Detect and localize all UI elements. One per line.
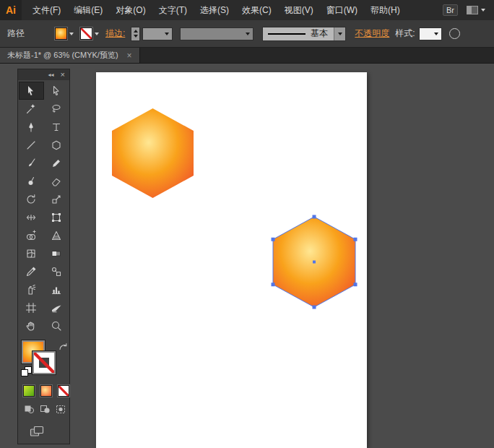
default-swatches-icon[interactable] [21, 366, 32, 376]
gradient-button[interactable] [40, 385, 52, 397]
menu-item-1[interactable]: 文件(F) [26, 0, 67, 20]
blob-brush-tool[interactable] [19, 172, 44, 190]
tools-panel: ◂◂ × [17, 69, 70, 444]
opacity-link[interactable]: 不透明度 [355, 27, 389, 40]
slice-tool[interactable] [44, 298, 69, 316]
graph-tool[interactable] [44, 280, 69, 298]
hexagon-shape-1[interactable] [112, 108, 194, 198]
drawing-mode-buttons [18, 397, 69, 417]
menu-item-3[interactable]: 对象(O) [109, 0, 152, 20]
fill-stroke-controls [18, 340, 69, 381]
blend-tool[interactable] [44, 262, 69, 280]
swap-fill-stroke-icon[interactable] [58, 341, 68, 354]
stroke-none-swatch-icon [80, 27, 92, 40]
menu-item-7[interactable]: 视图(V) [278, 0, 320, 20]
brush-dropdown-button[interactable] [334, 27, 345, 40]
graphic-style-select[interactable] [419, 27, 442, 40]
zoom-tool[interactable] [44, 316, 69, 335]
stroke-weight-stepper[interactable] [131, 27, 140, 41]
free-transform-tool[interactable] [44, 208, 69, 226]
menu-bar: Ai 文件(F)编辑(E)对象(O)文字(T)选择(S)效果(C)视图(V)窗口… [0, 0, 494, 21]
panel-collapse-icon[interactable]: ◂◂ [48, 72, 54, 78]
stroke-weight-select[interactable] [142, 27, 173, 40]
control-bar: 路径 描边: 基本 不透明度 样式: [0, 20, 494, 48]
stepper-up-icon [134, 30, 138, 33]
default-fill-mini [21, 369, 28, 376]
draw-behind-button[interactable] [40, 404, 51, 417]
menu-item-8[interactable]: 窗口(W) [320, 0, 364, 20]
chevron-down-icon [338, 33, 342, 35]
eyedropper-tool[interactable] [19, 262, 44, 280]
selection-tool[interactable] [19, 82, 44, 100]
stroke-link[interactable]: 描边: [105, 27, 125, 40]
tools-panel-header: ◂◂ × [18, 69, 69, 80]
menu-item-4[interactable]: 文字(T) [152, 0, 194, 20]
color-mode-buttons [18, 381, 69, 397]
artboard-tool[interactable] [19, 298, 44, 316]
fill-swatch-icon [55, 27, 67, 40]
menu-item-9[interactable]: 帮助(H) [364, 0, 407, 20]
workspace-icon [467, 6, 478, 14]
tab-close-icon[interactable]: × [127, 51, 132, 61]
type-tool[interactable] [44, 118, 69, 136]
brush-name: 基本 [311, 27, 334, 40]
chevron-down-icon [69, 33, 74, 35]
shape-builder-tool[interactable] [19, 226, 44, 244]
chevron-down-icon [481, 9, 485, 12]
width-tool[interactable] [19, 208, 44, 226]
menu-item-6[interactable]: 效果(C) [235, 0, 278, 20]
screen-mode-button[interactable] [18, 417, 69, 440]
control-panel-circle-icon[interactable] [449, 28, 460, 39]
document-tab-title: 未标题-1* @ 63% (CMYK/预览) [7, 50, 118, 61]
document-tab-bar: 未标题-1* @ 63% (CMYK/预览) × [0, 48, 494, 64]
rotate-tool[interactable] [19, 190, 44, 208]
paintbrush-tool[interactable] [19, 154, 44, 172]
lasso-tool[interactable] [44, 100, 69, 118]
context-label: 路径 [7, 27, 25, 40]
draw-inside-button[interactable] [56, 404, 66, 417]
none-button[interactable] [58, 385, 69, 397]
none-slash-icon [34, 353, 54, 373]
workspace: ◂◂ × [0, 63, 494, 448]
stroke-color-swatch[interactable] [32, 351, 56, 374]
width-profile-select[interactable] [180, 27, 254, 40]
stroke-color-picker[interactable] [80, 27, 99, 40]
direct-selection-tool[interactable] [44, 82, 69, 100]
chevron-down-icon [165, 33, 169, 35]
hexagon-shape-2-selected[interactable] [273, 217, 355, 307]
symbol-sprayer-tool[interactable] [19, 280, 44, 298]
perspective-grid-tool[interactable] [44, 226, 69, 244]
style-label: 样式: [395, 27, 415, 40]
menu-bar-right: Br [443, 4, 485, 16]
pencil-tool[interactable] [44, 154, 69, 172]
gradient-tool[interactable] [44, 244, 69, 262]
menu-item-5[interactable]: 选择(S) [194, 0, 235, 20]
tools-grid [18, 80, 69, 336]
document-tab[interactable]: 未标题-1* @ 63% (CMYK/预览) × [0, 48, 140, 63]
draw-normal-button[interactable] [24, 404, 35, 417]
magic-wand-tool[interactable] [19, 100, 44, 118]
brush-definition-select[interactable]: 基本 [262, 27, 346, 41]
color-button[interactable] [23, 385, 35, 397]
eraser-tool[interactable] [44, 172, 69, 190]
pen-tool[interactable] [19, 118, 44, 136]
app-logo: Ai [0, 0, 22, 20]
workspace-switcher-button[interactable] [467, 6, 485, 14]
brush-stroke-preview [268, 33, 306, 35]
chevron-down-icon [246, 33, 250, 35]
chevron-down-icon [434, 33, 438, 35]
polygon-tool[interactable] [44, 136, 69, 154]
panel-close-icon[interactable]: × [61, 71, 65, 79]
mesh-tool[interactable] [19, 244, 44, 262]
screen-mode-icon [30, 426, 44, 437]
bridge-button[interactable]: Br [443, 4, 458, 16]
line-tool[interactable] [19, 136, 44, 154]
menu-item-2[interactable]: 编辑(E) [67, 0, 109, 20]
illustrator-window: Ai 文件(F)编辑(E)对象(O)文字(T)选择(S)效果(C)视图(V)窗口… [0, 0, 494, 448]
fill-color-picker[interactable] [55, 27, 74, 40]
hand-tool[interactable] [19, 316, 44, 335]
scale-tool[interactable] [44, 190, 69, 208]
menu-bar-items: 文件(F)编辑(E)对象(O)文字(T)选择(S)效果(C)视图(V)窗口(W)… [26, 0, 407, 20]
chevron-down-icon [95, 33, 99, 35]
stepper-down-icon [134, 35, 138, 38]
